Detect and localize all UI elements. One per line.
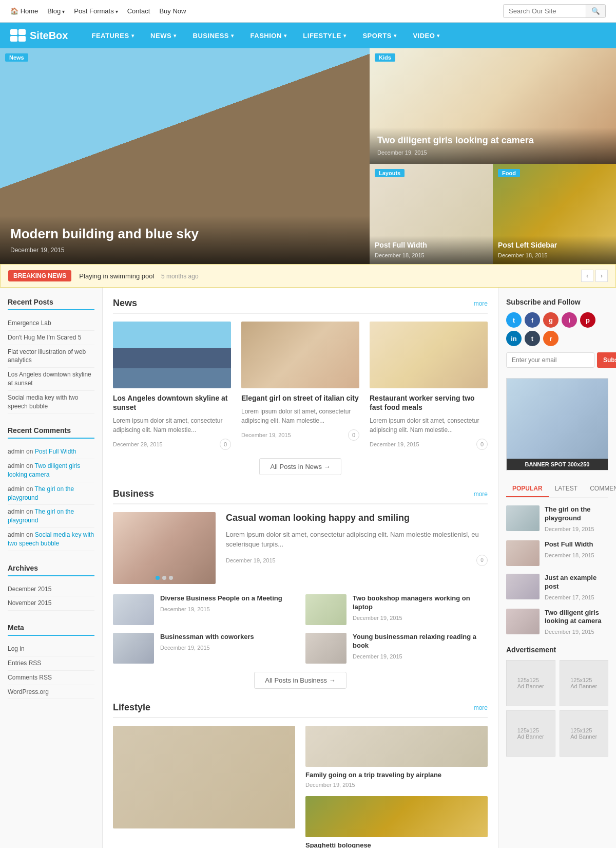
recent-posts-section: Recent Posts Emergence Lab Don't Hug Me … <box>8 298 94 413</box>
news-item-title[interactable]: Restaurant worker serving two fast food … <box>370 393 488 412</box>
all-posts-business-link[interactable]: All Posts in Business → <box>254 672 346 689</box>
recent-post-link[interactable]: Flat vector illustration of web analytic… <box>8 348 86 364</box>
ad-banner[interactable]: 125x125Ad Banner <box>506 710 555 757</box>
breaking-text[interactable]: Playing in swimming pool 5 months ago <box>79 272 581 280</box>
comment-link[interactable]: admin on Post Full Width <box>8 448 76 455</box>
slider-dot[interactable] <box>169 576 173 580</box>
lifestyle-side-title[interactable]: Family going on a trip traveling by airp… <box>305 771 488 779</box>
news-item-title[interactable]: Los Angeles downtown skyline at sunset <box>113 393 231 412</box>
business-small-content: Businessman with coworkers December 19, … <box>160 633 254 651</box>
google-icon[interactable]: g <box>543 312 559 328</box>
recent-post-link[interactable]: Emergence Lab <box>8 319 51 327</box>
buy-now-link[interactable]: Buy Now <box>159 7 186 15</box>
search-input[interactable] <box>504 5 586 17</box>
hero-bottom-left[interactable]: Layouts Post Full Width December 18, 201… <box>370 164 493 264</box>
business-small-content: Two bookshop managers working on laptop … <box>353 594 488 621</box>
top-nav-links: 🏠 Home Blog Post Formats Contact Buy Now <box>10 7 186 15</box>
instagram-icon[interactable]: i <box>562 312 577 328</box>
business-small-title[interactable]: Young businessman relaxing reading a boo… <box>353 633 488 650</box>
twitter-icon[interactable]: t <box>506 312 522 328</box>
news-item-comments[interactable]: 0 <box>220 439 231 450</box>
slider-dot[interactable] <box>162 576 166 580</box>
slider-dot[interactable] <box>156 576 160 580</box>
contact-link[interactable]: Contact <box>127 7 150 15</box>
hero-bottom-right-title: Post Left Sidebar <box>498 241 611 249</box>
recent-post-link[interactable]: Don't Hug Me I'm Scared 5 <box>8 334 81 341</box>
nav-business[interactable]: Business <box>185 24 242 47</box>
business-small-date: December 19, 2015 <box>353 615 402 621</box>
meta-link[interactable]: WordPress.org <box>8 688 49 695</box>
ad-banner[interactable]: 125x125Ad Banner <box>506 660 555 706</box>
tab-popular[interactable]: POPULAR <box>506 481 549 497</box>
lifestyle-more-link[interactable]: more <box>474 704 488 711</box>
popular-item-title[interactable]: Post Full Width <box>545 540 594 549</box>
comment-link[interactable]: admin on The girl on the playground <box>8 485 74 501</box>
archives-title: Archives <box>8 564 94 576</box>
home-link[interactable]: 🏠 Home <box>10 7 38 15</box>
meta-link[interactable]: Comments RSS <box>8 674 52 681</box>
subscribe-form: Subscribe <box>506 352 608 368</box>
recent-post-link[interactable]: Los Angeles downtown skyline at sunset <box>8 371 91 387</box>
comment-link[interactable]: admin on Social media key with two speec… <box>8 531 94 547</box>
site-logo[interactable]: SiteBox <box>10 29 68 42</box>
email-input[interactable] <box>506 352 594 368</box>
news-more-link[interactable]: more <box>474 300 488 307</box>
blog-link[interactable]: Blog <box>47 7 61 15</box>
tab-latest[interactable]: LATEST <box>549 481 584 497</box>
news-item: Restaurant worker serving two fast food … <box>370 322 488 450</box>
nav-news[interactable]: News <box>142 24 185 47</box>
business-featured-date: December 19, 2015 <box>226 557 276 563</box>
hero-top-article[interactable]: Kids Two diligent girls looking at camer… <box>370 48 616 164</box>
hero-main-article[interactable]: News Modern building and blue sky Decemb… <box>0 48 370 264</box>
nav-lifestyle[interactable]: Lifestyle <box>295 24 354 47</box>
post-formats-link[interactable]: Post Formats <box>74 7 113 15</box>
rss-icon[interactable]: r <box>543 331 559 346</box>
business-featured-comments[interactable]: 0 <box>476 555 488 566</box>
facebook-icon[interactable]: f <box>525 312 540 328</box>
breaking-next-button[interactable]: › <box>595 270 608 282</box>
breaking-prev-button[interactable]: ‹ <box>581 270 593 282</box>
meta-link[interactable]: Log in <box>8 645 25 652</box>
nav-features[interactable]: Features <box>83 24 142 47</box>
news-item-excerpt: Lorem ipsum dolor sit amet, consectetur … <box>241 407 359 425</box>
archive-link[interactable]: November 2015 <box>8 599 51 607</box>
subscribe-button[interactable]: Subscribe <box>597 352 616 368</box>
business-small-title[interactable]: Businessman with coworkers <box>160 633 254 642</box>
comment-link[interactable]: admin on The girl on the playground <box>8 508 74 524</box>
tumblr-icon[interactable]: t <box>525 331 540 346</box>
popular-item-title[interactable]: Two diligent girls looking at camera <box>545 609 608 626</box>
ad-banner[interactable]: 125x125Ad Banner <box>560 710 609 757</box>
popular-item-title[interactable]: The girl on the playground <box>545 505 608 523</box>
news-item-title[interactable]: Elegant girl on street of italian city <box>241 393 359 403</box>
popular-item-title[interactable]: Just an example post <box>545 574 608 591</box>
nav-video[interactable]: Video <box>405 24 448 47</box>
all-posts-news-link[interactable]: All Posts in News → <box>259 458 341 475</box>
business-more-link[interactable]: more <box>474 491 488 498</box>
ad-banner[interactable]: 125x125Ad Banner <box>560 660 609 706</box>
meta-link[interactable]: Entries RSS <box>8 659 41 667</box>
nav-fashion[interactable]: Fashion <box>242 24 295 47</box>
lifestyle-side-title[interactable]: Spaghetti bolognese <box>305 841 488 848</box>
news-item-comments[interactable]: 0 <box>476 439 488 450</box>
nav-sports[interactable]: Sports <box>354 24 405 47</box>
linkedin-icon[interactable]: in <box>506 331 522 346</box>
tab-comments[interactable]: COMMENTS <box>584 481 616 497</box>
sidebar-left: Recent Posts Emergence Lab Don't Hug Me … <box>0 288 103 848</box>
business-small-title[interactable]: Two bookshop managers working on laptop <box>353 594 488 612</box>
lifestyle-main-image <box>113 726 295 828</box>
business-small-title[interactable]: Diverse Business People on a Meeting <box>160 594 282 603</box>
banner-label: BANNER SPOT 300x250 <box>507 459 608 470</box>
popular-item-date: December 17, 2015 <box>545 594 594 600</box>
hero-bottom-right-date: December 18, 2015 <box>498 252 548 258</box>
archive-link[interactable]: December 2015 <box>8 586 51 593</box>
news-item-date: December 29, 2015 <box>113 441 163 447</box>
comment-link[interactable]: admin on Two diligent girls looking came… <box>8 462 80 478</box>
news-item-comments[interactable]: 0 <box>348 429 359 441</box>
search-button[interactable]: 🔍 <box>586 5 605 17</box>
banner-spot[interactable]: BANNER SPOT 300x250 <box>506 378 608 470</box>
pinterest-icon[interactable]: p <box>580 312 595 328</box>
hero-bottom-right[interactable]: Food Post Left Sidebar December 18, 2015 <box>493 164 616 264</box>
recent-post-link[interactable]: Social media key with two speech bubble <box>8 394 78 410</box>
business-featured-title[interactable]: Casual woman looking happy and smiling <box>226 512 488 524</box>
lifestyle-section-header: Lifestyle more <box>113 702 488 718</box>
